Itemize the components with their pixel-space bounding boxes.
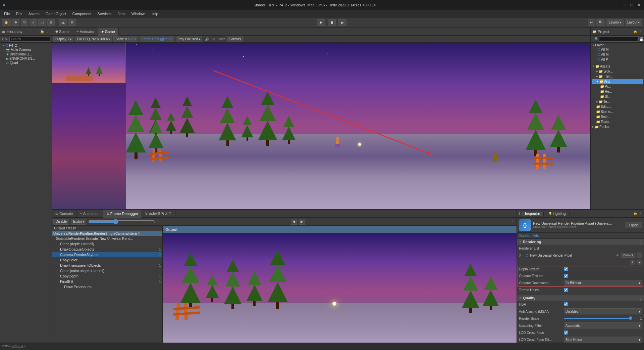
ptree-te[interactable]: ▶ 📁 Te... [592,99,643,104]
tab-scene[interactable]: ⬢ Scene [52,28,73,36]
scale-control[interactable]: Scale ⊝ 0.28x [113,36,138,42]
fd-item-clear2[interactable]: Clear (color+depth+stencil) [52,268,162,273]
quality-more[interactable]: ⋮ [639,296,642,300]
fd-item-copy-color[interactable]: CopyColor 1 [52,257,162,263]
fd-more[interactable]: ⋮ [509,220,515,223]
hdr-checkbox[interactable] [564,302,568,306]
console-tab-animation[interactable]: ∞ Animation [76,210,103,218]
fd-editor-selector[interactable]: Editor ▾ [71,219,86,225]
fd-item-draw-opaque[interactable]: DrawOpaqueObjects 1 [52,247,162,252]
fd-item-copy-depth[interactable]: CopyDepth 1 [52,273,162,279]
opaque-downsample-dropdown[interactable]: 2x Bilinear ▾ [564,280,642,286]
project-search[interactable]: 🔍 [595,37,598,41]
close-btn[interactable]: ✕ [637,3,641,7]
ptree-arts[interactable]: ▼ 📁 Arts [592,79,643,84]
step-button[interactable]: ⏭ [338,19,346,26]
fd-disable-btn[interactable]: Disable [53,219,69,225]
fd-item-draw-procedural[interactable]: Draw Procedural [52,284,162,290]
project-add[interactable]: + [592,37,594,41]
breadcrumb-assets[interactable]: Assets [519,234,529,237]
ptree-sl[interactable]: 📁 Sl... [592,94,643,99]
stats-btn[interactable]: Stats [218,37,225,41]
resolution-selector[interactable]: Full HD (1920x1080) ▾ [75,36,112,42]
rotate-tool[interactable]: ↻ [21,19,28,26]
fav-all-m2[interactable]: ⬡ All M [596,52,643,57]
layout-button[interactable]: Layout ▾ [625,19,642,26]
menu-assets[interactable]: Assets [26,11,42,16]
terrain-holes-checkbox[interactable] [564,288,568,292]
menu-gameobject[interactable]: GameObject [43,11,69,16]
scale-tool[interactable]: ⤢ [30,19,37,26]
hierarchy-search-btn[interactable]: All [5,37,8,41]
project-save-icon[interactable]: 💾 [639,37,643,41]
renderer-default-btn[interactable]: Default [621,253,635,258]
console-tab-frame-debugger[interactable]: ⊞ Frame Debugger [103,210,142,218]
ptree-sett[interactable]: 📁 Setti... [592,114,643,119]
display-selector[interactable]: Display 1 ▾ [53,36,73,42]
menu-window[interactable]: Window [129,11,147,16]
renderer-more-btn[interactable]: ⋮ [637,253,642,258]
fd-item-scriptable[interactable]: ScriptableRenderer.Execute: New Universa… [52,236,162,241]
fd-item-skybox[interactable]: Camera.RenderSkybox 1 [52,252,162,257]
tab-animator[interactable]: ∞ Animator [73,28,98,36]
console-tab-console[interactable]: ▤ Console [52,210,76,218]
hierarchy-search-input[interactable] [9,36,50,42]
fd-item-final-blit[interactable]: FinalBlit 1 [52,279,162,284]
settings-btn[interactable]: ⚙ [68,19,76,26]
quality-section-header[interactable]: ▼ Quality ⋮ [517,295,644,301]
project-lock[interactable]: 🔒 [633,30,637,33]
hierarchy-item-env[interactable]: ▶ ENVIRONMEN... [1,56,51,61]
play-focused-btn[interactable]: Play Focused ▾ [176,36,203,42]
frame-debugger-btn[interactable]: Frame Debugger On [140,36,174,42]
hierarchy-lock-icon[interactable]: 🔒 [40,29,45,34]
ptree-ter[interactable]: ▶ 📁 _Ter... [592,74,643,79]
hierarchy-item-scene[interactable]: ▼ ⬡ P4_2 ⋮ [1,43,51,48]
move-tool[interactable]: ✥ [12,19,19,26]
inspector-tab-inspector[interactable]: Inspector [522,212,544,216]
rendering-more[interactable]: ⋮ [639,240,642,244]
ptree-edit[interactable]: 📁 Edito... [592,104,643,109]
lod-dither-dropdown[interactable]: Blue Noise ▾ [564,337,642,343]
inspector-tab-lighting[interactable]: 💡 Lighting [545,212,570,216]
ptree-re[interactable]: 📁 Re... [592,89,643,94]
menu-edit[interactable]: Edit [13,11,25,16]
hierarchy-item-quad[interactable]: ▭ Quad [1,61,51,65]
fd-prev-btn[interactable]: ◀ [291,219,297,225]
minimize-btn[interactable]: ─ [622,3,627,7]
console-tab-shader[interactable]: Shader参考大全 [142,210,175,218]
gizmos-btn[interactable]: Gizmos [227,36,243,42]
menu-component[interactable]: Component [69,11,94,16]
fd-slider[interactable] [88,219,155,224]
undo-btn[interactable]: ↩ [588,19,595,26]
fd-item-urp[interactable]: UniversalRenderPipeline.RenderSingleCame… [52,231,162,236]
rendering-section-header[interactable]: ▼ Rendering ⋮ [517,239,644,245]
urp-open-btn[interactable]: Open [626,222,642,228]
render-scale-thumb[interactable] [629,316,632,320]
favorites-header[interactable]: ★ Favori... [592,43,643,47]
lod-crossfade-checkbox[interactable] [564,331,568,335]
scene-more[interactable]: ⋮ [47,44,50,47]
maximize-btn[interactable]: □ [629,3,634,7]
pause-button[interactable]: ⏸ [328,19,336,26]
upscaling-filter-dropdown[interactable]: Automatic ▾ [564,322,642,329]
hierarchy-item-camera[interactable]: 📷 Main Camera [1,48,51,52]
search-btn[interactable]: 🔍 [596,19,605,26]
play-button[interactable]: ▶ [317,19,325,26]
display-icon[interactable]: ⊞ [212,37,215,41]
hierarchy-more-icon[interactable]: ⋮ [46,29,50,34]
ptree-3rdf[interactable]: ▶ 📁 3rdF... [592,69,643,74]
breadcrumb-arts[interactable]: Arts [533,234,539,237]
renderer-add-btn[interactable]: + [630,260,635,265]
inspector-lock[interactable]: 🔒 [633,212,637,215]
collab-btn[interactable]: ☁ [59,19,67,26]
layers-button[interactable]: Layers ▾ [606,19,624,26]
depth-texture-checkbox[interactable] [564,267,568,271]
anti-aliasing-dropdown[interactable]: Disabled ▾ [564,308,642,314]
rect-tool[interactable]: ▭ [38,19,46,26]
transform-all-tool[interactable]: ⊕ [47,19,55,26]
opaque-texture-checkbox[interactable] [564,274,568,278]
inspector-more[interactable]: ⋮ [639,212,642,215]
transform-tool[interactable]: ✋ [2,19,11,26]
fd-item-draw-transparent[interactable]: DrawTransparentObjects 1 [52,263,162,268]
console-more[interactable]: ⋮ [507,211,517,216]
